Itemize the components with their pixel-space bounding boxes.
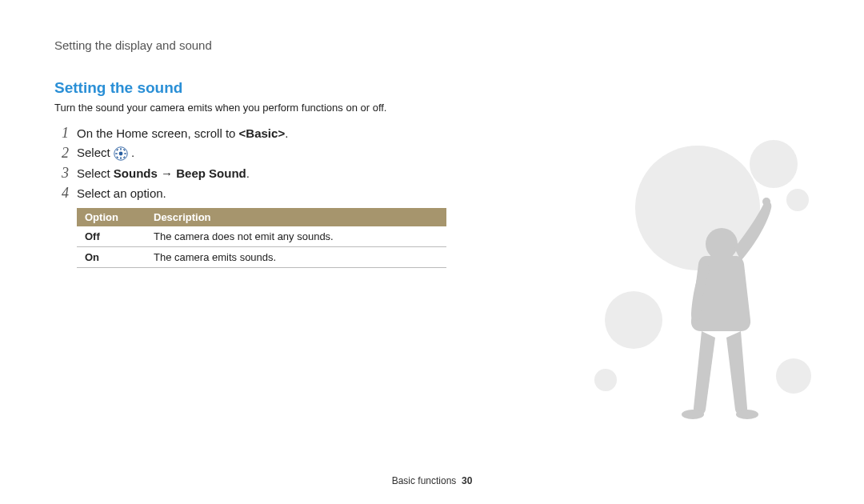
step-list: 1 On the Home screen, scroll to <Basic>.…: [54, 125, 810, 202]
option-cell: On: [77, 247, 146, 268]
svg-point-14: [594, 369, 617, 391]
table-head-description: Description: [146, 208, 446, 226]
page-number: 30: [462, 475, 472, 486]
svg-point-1: [118, 152, 122, 156]
option-cell: Off: [77, 226, 146, 247]
step-item: 2 Select: [54, 145, 810, 162]
step-item: 1 On the Home screen, scroll to <Basic>.: [54, 125, 810, 142]
table-head-option: Option: [77, 208, 146, 226]
section-title: Setting the sound: [54, 79, 810, 97]
section-description: Turn the sound your camera emits when yo…: [54, 102, 810, 114]
table-row: Off The camera does not emit any sounds.: [77, 226, 446, 247]
child-silhouette-icon: [682, 198, 771, 419]
page-footer: Basic functions 30: [0, 475, 864, 486]
step-text: Select Sounds → Beep Sound.: [77, 166, 250, 180]
svg-rect-3: [120, 157, 122, 159]
table-row: On The camera emits sounds.: [77, 247, 446, 268]
svg-point-18: [682, 410, 704, 419]
step-text: Select an option.: [77, 186, 166, 200]
step-number: 2: [54, 145, 69, 162]
step-number: 3: [54, 165, 69, 182]
svg-point-16: [706, 228, 738, 260]
manual-page: Setting the display and sound Setting th…: [0, 0, 864, 504]
svg-rect-5: [124, 153, 126, 154]
breadcrumb: Setting the display and sound: [54, 38, 810, 52]
description-cell: The camera does not emit any sounds.: [146, 226, 446, 247]
svg-point-15: [776, 358, 811, 394]
svg-rect-4: [115, 153, 118, 154]
svg-rect-2: [120, 148, 122, 150]
step-text: On the Home screen, scroll to <Basic>.: [77, 126, 288, 140]
step-number: 1: [54, 125, 69, 142]
step-item: 4 Select an option.: [54, 185, 810, 202]
svg-point-19: [736, 410, 758, 419]
step-number: 4: [54, 185, 69, 202]
step-text: Select: [77, 146, 134, 161]
options-table: Option Description Off The camera does n…: [77, 208, 446, 268]
description-cell: The camera emits sounds.: [146, 247, 446, 268]
step-item: 3 Select Sounds → Beep Sound.: [54, 165, 810, 182]
settings-gear-icon: [114, 146, 128, 161]
footer-section-label: Basic functions: [392, 475, 457, 486]
svg-point-13: [605, 291, 662, 349]
